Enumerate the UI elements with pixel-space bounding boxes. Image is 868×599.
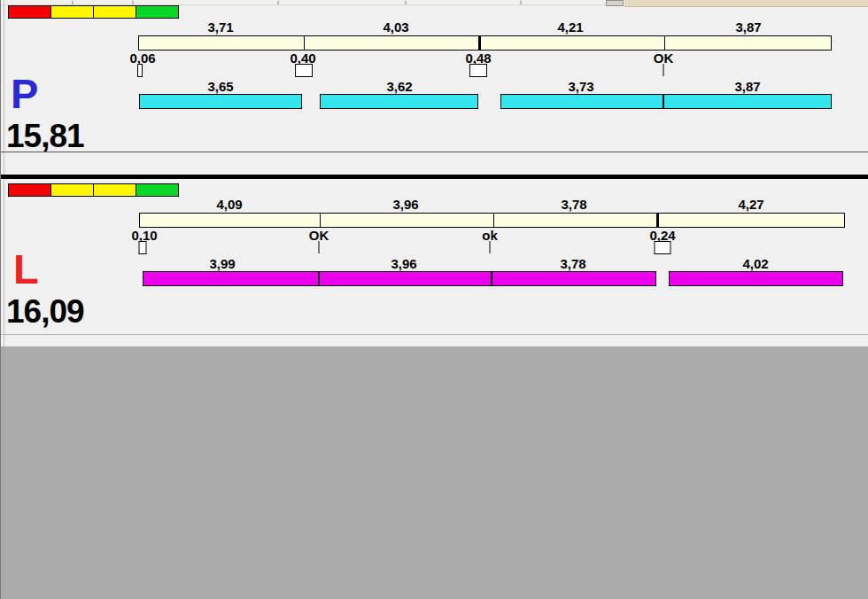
leg-bar-divider	[491, 272, 492, 285]
exchange-marker-line	[663, 64, 664, 76]
segment-time-label: 3,71	[207, 19, 233, 35]
segment-divider	[493, 214, 494, 227]
status-square-red	[8, 5, 51, 19]
exchange-marker-box[interactable]	[655, 241, 671, 254]
exchange-marker-line	[319, 241, 320, 253]
segment-time-label: 4,09	[216, 197, 242, 212]
segment-time-label: 4,27	[738, 197, 763, 212]
leg-time-label: 3,99	[209, 256, 235, 271]
segment-time-label: 4,21	[557, 19, 583, 35]
edge-tick	[520, 1, 522, 4]
lane-letter: L	[13, 248, 39, 290]
segment-time-label: 3,78	[561, 197, 586, 212]
exchange-label: 0,06	[129, 51, 155, 66]
leg-bar	[139, 94, 302, 109]
leg-bar	[500, 94, 832, 109]
leg-bar-divider	[318, 272, 320, 285]
edge-tick	[72, 1, 74, 4]
segment-divider	[664, 36, 665, 50]
results-area: Flyvaryors Traditional Hessie - Mejz - S…	[1, 346, 868, 599]
leg-time-label: 3,62	[386, 79, 412, 94]
panel-separator-line	[1, 334, 868, 335]
exchange-marker-line	[490, 241, 491, 253]
segment-bar	[138, 35, 832, 51]
leg-time-label: 3,73	[568, 79, 593, 94]
exchange-marker-box[interactable]	[295, 64, 313, 77]
leg-time-label: 3,96	[391, 256, 416, 271]
leg-time-label: 3,87	[734, 79, 760, 94]
edge-tick	[277, 1, 279, 4]
status-square-green	[136, 5, 179, 19]
lane-divider-bar	[1, 175, 868, 179]
leg-bar-divider	[663, 95, 664, 108]
status-square-yellow	[50, 183, 94, 197]
window-title-strip	[624, 0, 868, 7]
lane-total-time: 15,81	[6, 120, 84, 152]
segment-divider	[320, 214, 321, 227]
edge-tick	[405, 1, 407, 4]
segment-divider	[304, 36, 305, 50]
exchange-marker-box[interactable]	[469, 64, 487, 77]
panel-separator-line	[1, 152, 868, 152]
window-strip-handle[interactable]	[606, 0, 624, 6]
segment-time-label: 3,96	[392, 197, 418, 212]
status-square-yellow	[93, 183, 136, 197]
leg-bar	[320, 94, 478, 109]
segment-divider	[656, 214, 659, 227]
relay-timing-window: 3,71 4,03 4,21 3,87 0,06 0,40 0,48 OK 3,…	[0, 0, 868, 599]
leg-bar	[143, 271, 656, 286]
leg-time-label: 4,02	[742, 256, 768, 271]
leg-bar	[669, 271, 843, 286]
segment-time-label: 4,03	[383, 19, 408, 35]
segment-time-label: 3,87	[735, 19, 761, 35]
edge-tick	[132, 1, 134, 4]
exchange-marker-tick-box	[137, 64, 143, 77]
status-square-green	[136, 183, 179, 197]
status-square-red	[8, 183, 51, 197]
segment-divider	[478, 36, 481, 50]
status-square-yellow	[93, 5, 136, 19]
lane-total-time: 16,09	[6, 295, 84, 328]
segment-bar	[139, 213, 845, 228]
lane-letter: P	[11, 73, 38, 114]
leg-time-label: 3,65	[207, 79, 233, 94]
exchange-marker-tick-box	[139, 241, 147, 254]
leg-time-label: 3,78	[560, 256, 585, 271]
status-square-yellow	[50, 5, 94, 19]
